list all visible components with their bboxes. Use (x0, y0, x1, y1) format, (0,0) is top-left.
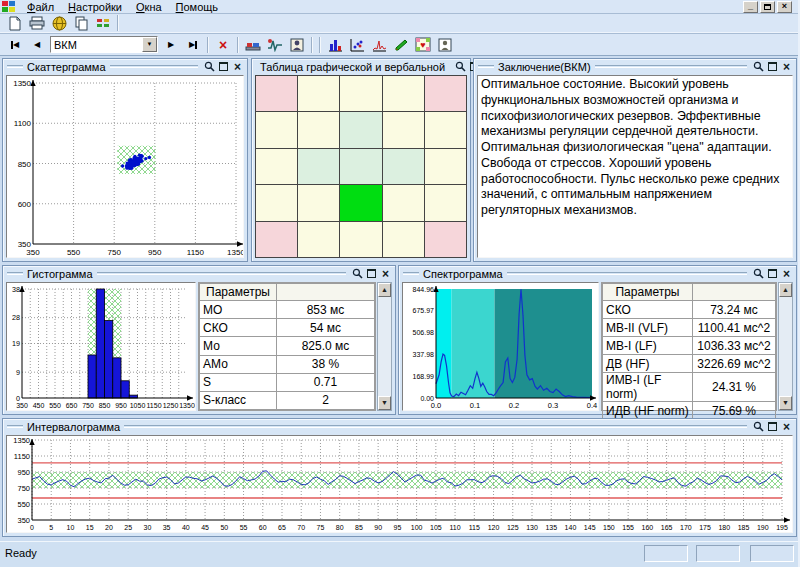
verbal-cell-cream (256, 149, 297, 184)
svg-text:850: 850 (18, 160, 32, 169)
scroll-down-icon[interactable]: ▼ (779, 396, 792, 410)
verbal-cell-cream (383, 222, 424, 257)
maximize-icon[interactable] (768, 422, 777, 431)
first-record-button[interactable]: ◀ (4, 35, 26, 54)
panel-title: Спектрограмма (423, 268, 503, 280)
exam-device-button[interactable] (242, 35, 264, 54)
verbal-table-panel: Таблица графической и вербальной × (251, 58, 471, 262)
svg-text:1100: 1100 (14, 119, 32, 128)
menu-bar: Файл Настройки Окна Помощь _ × (0, 0, 798, 14)
svg-text:0: 0 (30, 524, 34, 531)
menu-file[interactable]: Файл (20, 1, 61, 13)
new-document-button[interactable] (4, 15, 26, 32)
svg-text:1250: 1250 (163, 402, 179, 409)
panel-title: Таблица графической и вербальной (260, 61, 445, 73)
svg-text:20: 20 (105, 524, 113, 531)
panel-title: Скаттерграмма (27, 61, 106, 73)
patient-card-button[interactable] (286, 35, 308, 54)
params-header: Параметры (603, 284, 693, 301)
svg-text:160: 160 (642, 524, 654, 531)
last-record-button[interactable]: ▶ (182, 35, 204, 54)
svg-text:350: 350 (18, 240, 32, 249)
verbal-cell-cream (298, 76, 339, 111)
verbal-table-view-button[interactable]: ♥ (412, 35, 434, 54)
copy-button[interactable] (70, 15, 92, 32)
globe-button[interactable] (48, 15, 70, 32)
maximize-icon[interactable] (768, 62, 777, 71)
spectrogram-view-button[interactable] (368, 35, 390, 54)
close-icon[interactable]: × (781, 421, 792, 432)
spectrogram-panel: Спектрограмма × 0.00168.99337.98506.9867… (398, 265, 797, 415)
table-row: СКО73.24 мс (603, 301, 776, 319)
svg-text:9: 9 (16, 368, 20, 377)
zoom-icon[interactable] (455, 61, 466, 72)
table-row: МО853 мс (200, 301, 375, 319)
svg-text:150: 150 (603, 524, 615, 531)
previous-record-button[interactable]: ◀ (26, 35, 48, 54)
conclusion-view-button[interactable] (434, 35, 456, 54)
zoom-icon[interactable] (753, 61, 764, 72)
verbal-cell-green (340, 185, 381, 220)
svg-text:170: 170 (680, 524, 692, 531)
svg-text:1150: 1150 (14, 452, 30, 461)
svg-text:650: 650 (66, 402, 78, 409)
scattergram-view-button[interactable] (346, 35, 368, 54)
record-signal-button[interactable] (264, 35, 286, 54)
print-button[interactable] (26, 15, 48, 32)
close-icon[interactable]: × (781, 268, 792, 279)
conclusion-panel: Заключение(ВКМ) × Оптимальное состояние.… (473, 58, 797, 262)
svg-text:675.97: 675.97 (413, 307, 435, 314)
maximize-icon[interactable] (367, 269, 376, 278)
verbal-cell-cream (340, 222, 381, 257)
params-scrollbar[interactable]: ▲ ▼ (377, 282, 392, 411)
svg-text:850: 850 (99, 402, 111, 409)
close-icon[interactable]: × (232, 61, 243, 72)
svg-text:140: 140 (565, 524, 577, 531)
delete-record-button[interactable]: × (212, 35, 234, 54)
svg-text:195: 195 (776, 524, 788, 531)
svg-text:1150: 1150 (146, 402, 161, 409)
histogram-view-button[interactable] (324, 35, 346, 54)
svg-text:750: 750 (17, 484, 30, 493)
zoom-icon[interactable] (753, 268, 764, 279)
params-scrollbar[interactable]: ▲ ▼ (778, 282, 793, 411)
verbal-cell-cream (298, 185, 339, 220)
palette-button[interactable] (92, 15, 114, 32)
verbal-cell-cream (298, 222, 339, 257)
menu-windows[interactable]: Окна (129, 1, 169, 13)
close-icon[interactable]: × (380, 268, 391, 279)
svg-text:105: 105 (430, 524, 442, 531)
panel-title-bar: Заключение(ВКМ) × (474, 59, 796, 74)
panel-title-bar: Скаттерграмма × (3, 59, 247, 74)
svg-text:1350: 1350 (227, 248, 244, 257)
verbal-cell-cream (425, 112, 466, 147)
restore-icon[interactable] (760, 1, 775, 13)
svg-text:0.1: 0.1 (470, 401, 480, 410)
scroll-down-icon[interactable]: ▼ (378, 396, 391, 410)
record-combo[interactable]: ВКМ ▼ (50, 36, 158, 53)
scroll-up-icon[interactable]: ▲ (779, 283, 792, 297)
maximize-icon[interactable] (219, 62, 228, 71)
maximize-icon[interactable] (768, 269, 777, 278)
svg-text:115: 115 (469, 524, 480, 531)
menu-help[interactable]: Помощь (169, 1, 226, 13)
status-pane (696, 545, 740, 562)
zoom-icon[interactable] (352, 268, 363, 279)
svg-text:25: 25 (124, 524, 132, 531)
menu-settings[interactable]: Настройки (61, 1, 129, 13)
close-icon[interactable]: × (777, 1, 792, 13)
minimize-icon[interactable]: _ (743, 1, 758, 13)
verbal-cell-cream (383, 185, 424, 220)
intervalogram-chart: 0510152025303540455055606570758085909510… (6, 435, 793, 533)
histogram-panel: Гистограмма × 09192838350450550650750850… (2, 265, 396, 415)
zoom-icon[interactable] (753, 421, 764, 432)
chevron-down-icon[interactable]: ▼ (142, 37, 157, 52)
scroll-up-icon[interactable]: ▲ (378, 283, 391, 297)
svg-text:45: 45 (201, 524, 209, 531)
panel-title-bar: Интервалограмма × (3, 419, 796, 434)
svg-text:60: 60 (259, 524, 267, 531)
zoom-icon[interactable] (204, 61, 215, 72)
close-icon[interactable]: × (781, 61, 792, 72)
pencil-edit-button[interactable] (390, 35, 412, 54)
next-record-button[interactable]: ▶ (160, 35, 182, 54)
